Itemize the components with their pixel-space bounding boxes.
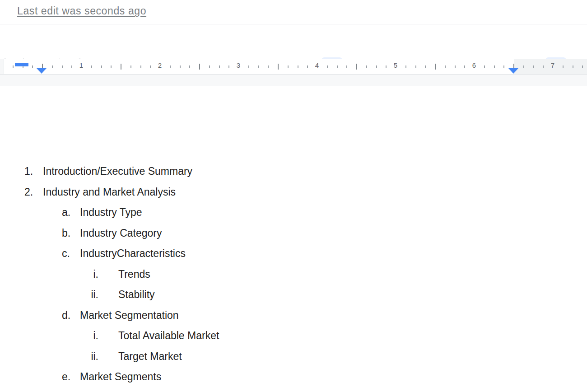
ruler-tick [91,65,92,68]
ruler-tick [170,65,171,68]
ruler-tick [405,65,406,68]
list-text: Market Segments [80,367,161,387]
ruler-tick [248,65,249,68]
ruler-number: 5 [391,61,401,69]
ruler-tick [337,65,338,68]
list-text: Stability [118,285,155,305]
ruler-tick [268,65,269,68]
ruler-tick [425,65,426,68]
ruler-tick [199,64,200,70]
list-item[interactable]: i.Trends [0,264,587,285]
list-item[interactable]: b.Industry Category [0,223,587,244]
ruler-tick [573,65,573,68]
ruler-tick [582,65,583,68]
ruler-tick [435,64,436,70]
list-marker: c. [62,243,80,264]
ruler-tick [386,65,387,68]
list-marker: 1. [24,161,43,182]
first-line-indent-marker[interactable] [15,63,28,66]
ruler-tick [121,64,121,70]
ruler-tick [464,65,465,68]
ruler-number: 1 [76,61,86,69]
ruler[interactable]: 1234567 [0,59,587,75]
ruler-tick [366,65,367,68]
ruler-tick [455,65,456,68]
list-item[interactable]: e.Market Segments [0,367,587,387]
list-marker: b. [62,223,80,244]
left-indent-marker[interactable] [36,68,47,74]
ruler-number: 6 [469,61,479,69]
ruler-tick [288,65,289,68]
document-page[interactable]: 1.Introduction/Executive Summary2.Indust… [0,86,587,392]
list-text: Market Segmentation [80,305,179,326]
ruler-tick [346,65,347,68]
list-marker: i. [81,264,98,285]
ruler-tick [523,65,524,68]
list-marker: 2. [24,182,43,203]
list-text: Introduction/Executive Summary [43,161,192,182]
ruler-tick [13,65,14,68]
list-marker: e. [62,367,80,387]
page-top-gap [0,75,587,86]
ruler-tick [150,65,151,68]
list-text: Industry Type [80,202,142,223]
list-marker: i. [81,326,98,346]
ruler-tick [356,64,357,70]
toolbar: − 11 + B I U A [0,24,587,59]
ruler-tick [563,65,564,68]
ruler-tick [62,65,63,68]
list-marker: d. [62,305,80,326]
ruler-tick [376,65,377,68]
ruler-tick [189,65,190,68]
ruler-tick [180,65,181,68]
ruler-tick [52,65,53,68]
ruler-number: 3 [233,61,243,69]
ruler-tick [140,65,141,68]
ruler-tick [298,65,298,68]
list-text: IndustryCharacteristics [80,243,186,264]
document-list: 1.Introduction/Executive Summary2.Indust… [0,161,587,387]
ruler-tick [209,65,210,68]
list-item[interactable]: 2.Industry and Market Analysis [0,182,587,203]
ruler-tick [415,65,416,68]
ruler-number: 4 [312,61,322,69]
ruler-tick [445,65,446,68]
ruler-tick [111,65,112,68]
list-text: Industry and Market Analysis [43,182,176,203]
list-text: Trends [118,264,150,285]
ruler-tick [327,65,328,68]
ruler-tick [32,65,33,68]
list-item[interactable]: ii.Stability [0,285,587,305]
ruler-tick [543,65,544,68]
list-item[interactable]: c.IndustryCharacteristics [0,243,587,264]
ruler-tick [494,65,495,68]
ruler-tick [258,65,259,68]
ruler-tick [503,65,504,68]
ruler-tick [228,65,229,68]
ruler-tick [219,65,220,68]
ruler-left-margin [0,59,4,74]
ruler-number: 7 [548,61,558,69]
ruler-tick [71,65,72,68]
ruler-tick [130,65,131,68]
ruler-tick [278,64,279,70]
list-marker: ii. [81,285,98,305]
list-text: Total Available Market [118,326,219,346]
ruler-number: 2 [155,61,165,69]
list-item[interactable]: i.Total Available Market [0,326,587,346]
ruler-tick [307,65,308,68]
right-indent-marker[interactable] [508,68,519,74]
list-item[interactable]: 1.Introduction/Executive Summary [0,161,587,182]
list-marker: ii. [81,346,98,367]
ruler-tick [484,65,485,68]
last-edit-status[interactable]: Last edit was seconds ago [17,5,146,17]
ruler-tick [101,65,102,68]
list-text: Target Market [118,346,182,367]
list-text: Industry Category [80,223,162,244]
list-item[interactable]: ii.Target Market [0,346,587,367]
ruler-tick [533,65,534,68]
list-marker: a. [62,202,80,223]
list-item[interactable]: d.Market Segmentation [0,305,587,326]
list-item[interactable]: a.Industry Type [0,202,587,223]
